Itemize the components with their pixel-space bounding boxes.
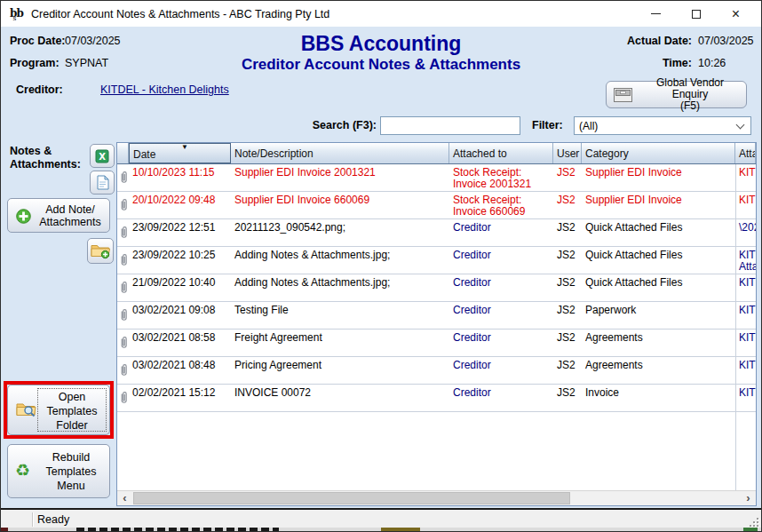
global-vendor-label-line2: (F5) bbox=[638, 100, 742, 112]
table-row[interactable]: 03/02/2021 08:48 Pricing Agreement Credi… bbox=[117, 357, 756, 385]
add-note-attachments-button[interactable]: Add Note/ Attachments bbox=[7, 198, 110, 233]
status-bar: Ready bbox=[1, 508, 761, 529]
cell-attached-to[interactable]: Stock Receipt: Invoice 2001321 bbox=[449, 164, 553, 191]
open-templates-folder-button[interactable]: Open Templates Folder bbox=[7, 385, 110, 435]
cell-attached-to[interactable]: Stock Receipt: Invoice 660069 bbox=[449, 192, 553, 218]
paperclip-icon bbox=[117, 247, 129, 274]
filter-select[interactable]: (All) bbox=[574, 116, 751, 135]
cell-note-description: Pricing Agreement bbox=[231, 357, 449, 384]
actual-date-label: Actual Date: bbox=[569, 35, 692, 47]
export-excel-button[interactable]: X bbox=[90, 144, 115, 168]
column-header-user[interactable]: User bbox=[553, 143, 582, 163]
cell-user: JS2 bbox=[553, 302, 582, 329]
cell-note-description: 20211123_090542.png; bbox=[231, 219, 449, 246]
maximize-icon bbox=[692, 10, 701, 19]
cell-attachment[interactable]: KITD bbox=[735, 192, 756, 218]
view-note-button[interactable] bbox=[90, 171, 115, 195]
close-button[interactable]: × bbox=[716, 1, 756, 27]
cell-category: Quick Attached Files bbox=[582, 274, 735, 301]
column-header-date[interactable]: Date ▼ bbox=[129, 143, 231, 163]
cell-attachment[interactable]: KITD bbox=[735, 302, 756, 329]
close-icon: × bbox=[732, 7, 740, 21]
cell-attached-to[interactable]: Creditor bbox=[449, 357, 553, 384]
cell-attached-to[interactable]: Creditor bbox=[449, 385, 553, 411]
notes-table: Date ▼ Note/Description Attached to User… bbox=[116, 142, 757, 506]
app-icon: b s b bbox=[9, 6, 24, 21]
content-area: Proc Date: 07/03/2025 Program: SYPNAT BB… bbox=[1, 27, 761, 508]
minimize-icon bbox=[651, 13, 661, 14]
cell-category: Supplier EDI Invoice bbox=[582, 164, 735, 191]
add-note-label-line2: Attachments bbox=[33, 216, 107, 228]
scroll-left-arrow[interactable]: ‹ bbox=[117, 491, 132, 505]
minimize-button[interactable] bbox=[636, 1, 676, 27]
table-row[interactable]: 10/10/2023 11:15 Supplier EDI Invoice 20… bbox=[117, 164, 756, 192]
scrollbar-thumb[interactable] bbox=[133, 492, 570, 504]
cell-user: JS2 bbox=[553, 247, 582, 274]
cell-date: 03/02/2021 08:58 bbox=[129, 330, 231, 356]
cell-user: JS2 bbox=[553, 357, 582, 384]
filter-label: Filter: bbox=[532, 119, 563, 131]
cell-date: 02/02/2021 15:12 bbox=[129, 385, 231, 411]
cell-attachment[interactable]: KITD bbox=[735, 330, 756, 356]
paperclip-icon bbox=[117, 219, 129, 246]
column-header-attached-to[interactable]: Attached to bbox=[449, 143, 553, 163]
cell-attachment[interactable]: KITD bbox=[735, 385, 756, 411]
horizontal-scrollbar[interactable]: ‹ › bbox=[117, 490, 756, 505]
cell-category: Paperwork bbox=[582, 302, 735, 329]
cell-category: Quick Attached Files bbox=[582, 247, 735, 274]
table-row[interactable]: 23/09/2022 12:51 20211123_090542.png; Cr… bbox=[117, 219, 756, 247]
cell-attachment[interactable]: KITD bbox=[735, 274, 756, 301]
cell-attached-to[interactable]: Creditor bbox=[449, 219, 553, 246]
cell-user: JS2 bbox=[553, 192, 582, 218]
cell-attachment[interactable]: KITD Attac bbox=[735, 247, 756, 274]
global-vendor-label-line1: Global Vendor Enquiry bbox=[638, 77, 742, 100]
column-header-note[interactable]: Note/Description bbox=[231, 143, 449, 163]
cell-attached-to[interactable]: Creditor bbox=[449, 302, 553, 329]
creditor-label: Creditor: bbox=[16, 83, 63, 96]
column-header-icon[interactable] bbox=[117, 143, 129, 163]
column-header-attachment[interactable]: Attac bbox=[735, 143, 756, 163]
search-input[interactable] bbox=[380, 116, 520, 135]
paperclip-icon bbox=[117, 357, 129, 384]
cell-attached-to[interactable]: Creditor bbox=[449, 274, 553, 301]
cell-date: 23/09/2022 12:51 bbox=[129, 219, 231, 246]
table-row[interactable]: 21/09/2022 10:40 Adding Notes & Attachme… bbox=[117, 274, 756, 302]
cell-category: Quick Attached Files bbox=[582, 219, 735, 246]
actual-date-value: 07/03/2025 bbox=[698, 35, 754, 47]
paperclip-icon bbox=[117, 302, 129, 329]
rebuild-label-line1: Rebuild bbox=[35, 450, 107, 465]
cell-note-description: INVOICE 00072 bbox=[231, 385, 449, 411]
cell-category: Supplier EDI Invoice bbox=[582, 192, 735, 218]
paperclip-icon bbox=[117, 385, 129, 411]
cell-attachment[interactable]: KITD bbox=[735, 357, 756, 384]
quick-attach-button[interactable] bbox=[87, 238, 114, 264]
open-templates-label-line1: Open bbox=[38, 390, 106, 404]
rebuild-templates-menu-button[interactable]: ♻ Rebuild Templates Menu bbox=[7, 444, 110, 498]
table-row[interactable]: 03/02/2021 08:58 Freight Agreement Credi… bbox=[117, 330, 756, 357]
cell-attachment[interactable]: KITD bbox=[735, 164, 756, 191]
cell-attached-to[interactable]: Creditor bbox=[449, 247, 553, 274]
cell-attached-to[interactable]: Creditor bbox=[449, 330, 553, 356]
status-text: Ready bbox=[37, 513, 69, 526]
scroll-right-arrow[interactable]: › bbox=[741, 491, 756, 505]
table-row[interactable]: 20/10/2022 09:48 Supplier EDI Invoice 66… bbox=[117, 192, 756, 219]
cell-user: JS2 bbox=[553, 219, 582, 246]
recycle-icon: ♻ bbox=[15, 462, 30, 479]
add-plus-icon bbox=[16, 209, 31, 224]
cell-user: JS2 bbox=[553, 330, 582, 356]
maximize-button[interactable] bbox=[676, 1, 716, 27]
column-header-category[interactable]: Category bbox=[582, 143, 735, 163]
cell-user: JS2 bbox=[553, 164, 582, 191]
cell-date: 03/02/2021 09:08 bbox=[129, 302, 231, 329]
table-row[interactable]: 02/02/2021 15:12 INVOICE 00072 Creditor … bbox=[117, 385, 756, 412]
table-row[interactable]: 23/09/2022 10:25 Adding Notes & Attachme… bbox=[117, 247, 756, 274]
cell-attachment[interactable]: \202 bbox=[735, 219, 756, 246]
global-vendor-enquiry-button[interactable]: Global Vendor Enquiry (F5) bbox=[606, 81, 747, 108]
table-row[interactable]: 03/02/2021 09:08 Testing File Creditor J… bbox=[117, 302, 756, 330]
background-sliver bbox=[1, 528, 761, 531]
table-header: Date ▼ Note/Description Attached to User… bbox=[117, 143, 756, 164]
creditor-link[interactable]: KITDEL - Kitchen Delights bbox=[100, 83, 229, 96]
rebuild-label-line2: Templates bbox=[35, 465, 107, 479]
resize-grip[interactable] bbox=[750, 518, 758, 527]
svg-text:b: b bbox=[17, 7, 24, 20]
